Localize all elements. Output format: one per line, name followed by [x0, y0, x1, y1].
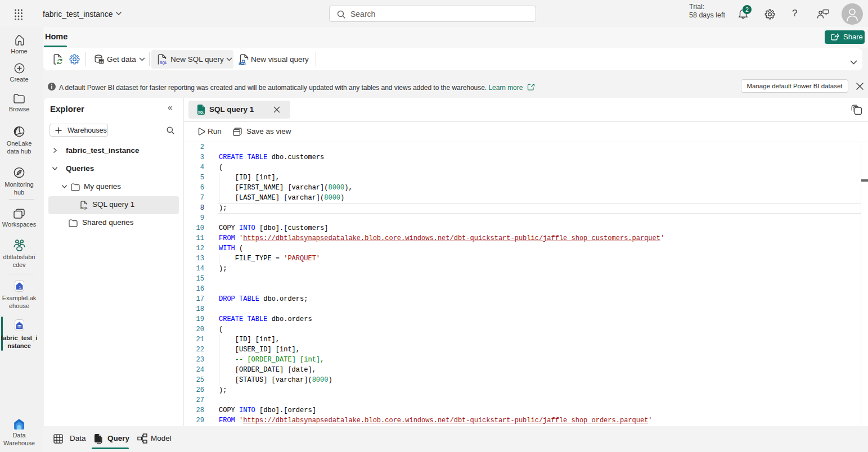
svg-text:SQL: SQL	[198, 111, 205, 114]
svg-text:SQL: SQL	[82, 206, 88, 210]
svg-text:SQL: SQL	[160, 61, 167, 65]
